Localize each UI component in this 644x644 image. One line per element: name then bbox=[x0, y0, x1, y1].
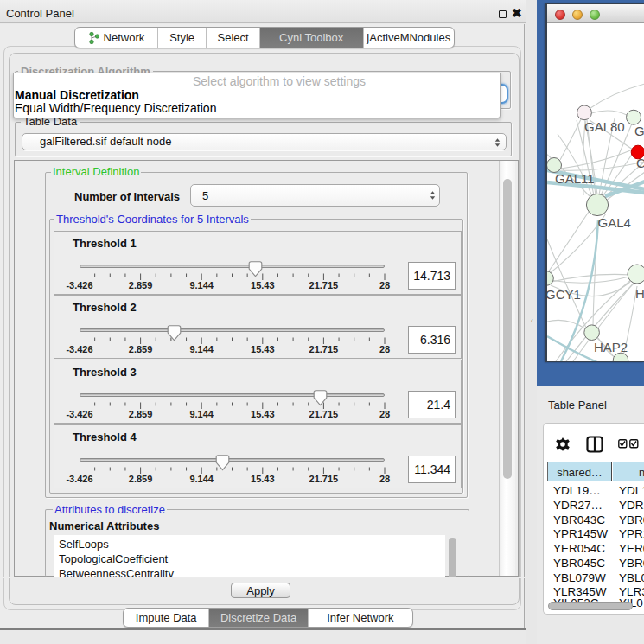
svg-text:GAL11: GAL11 bbox=[555, 171, 595, 186]
svg-text:H: H bbox=[635, 286, 644, 301]
svg-text:GAL80: GAL80 bbox=[584, 119, 625, 134]
svg-text:HAP2: HAP2 bbox=[594, 340, 628, 354]
svg-text:C: C bbox=[636, 156, 644, 170]
svg-text:GCY1: GCY1 bbox=[547, 287, 581, 302]
svg-text:GAL4: GAL4 bbox=[598, 215, 631, 230]
svg-text:G: G bbox=[634, 124, 644, 138]
